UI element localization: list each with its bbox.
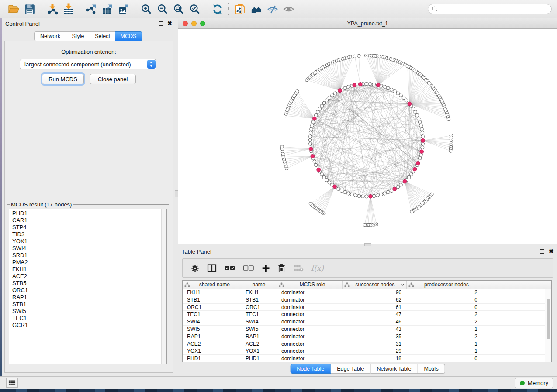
table-row[interactable]: ACE2ACE2connector311 [183,340,551,348]
table-row[interactable]: TEC1TEC1connector472 [183,311,551,318]
mcds-hub-node[interactable] [421,139,425,143]
export-image-button[interactable] [115,2,131,16]
mcds-hub-node[interactable] [408,102,412,106]
mcds-result-item[interactable]: SWI5 [12,308,161,315]
table-row[interactable]: FKH1FKH1dominator962 [183,289,551,296]
mcds-result-item[interactable]: TEC1 [12,315,161,322]
close-panel-button[interactable]: Close panel [90,74,136,84]
column-header-successor-nodes[interactable]: successor nodes [343,281,407,289]
tab-select[interactable]: Select [90,31,115,41]
mcds-hub-node[interactable] [413,167,417,171]
memory-button[interactable]: Memory [515,378,553,388]
mcds-result-item[interactable]: SRD1 [12,252,161,259]
search-input[interactable] [438,6,548,12]
show-all-button[interactable] [280,2,297,16]
control-panel: Control Panel ✖ NetworkStyleSelectMCDS O… [2,18,176,376]
mcds-result-scrollbar[interactable] [161,209,167,364]
close-panel-icon[interactable]: ✖ [549,249,554,254]
mcds-result-item[interactable]: RAP1 [12,294,161,301]
sort-chevron-icon[interactable] [400,283,405,286]
zoom-out-button[interactable] [154,2,170,16]
mcds-hub-node[interactable] [403,179,407,183]
status-bar: Memory [0,376,557,389]
table-row[interactable]: YOX1YOX1connector291 [183,347,551,355]
mcds-hub-node[interactable] [311,155,315,158]
mcds-hub-node[interactable] [309,147,313,151]
table-row[interactable]: SWI4SWI4dominator462 [183,318,551,326]
task-history-button[interactable] [6,378,18,388]
search-box[interactable] [428,4,552,14]
tab-motifs[interactable]: Motifs [418,364,445,374]
float-panel-icon[interactable] [159,21,163,26]
select-all-button[interactable] [224,265,235,272]
zoom-in-button[interactable] [138,2,154,16]
add-button[interactable] [262,264,270,272]
mcds-hub-node[interactable] [416,162,420,165]
mcds-hub-node[interactable] [338,89,342,93]
mcds-result-item[interactable]: SWI4 [12,245,161,252]
hide-selected-button[interactable] [264,2,280,16]
table-scrollbar[interactable] [545,289,551,362]
tab-style[interactable]: Style [66,31,90,41]
mcds-result-item[interactable]: STP4 [12,224,161,231]
mcds-hub-node[interactable] [312,117,316,120]
column-header-MCDS-role[interactable]: MCDS role [277,281,343,289]
deselect-all-button[interactable] [243,265,254,272]
table-row[interactable]: RAP1RAP1dominator352 [183,333,551,340]
table-row[interactable]: ORC1ORC1dominator610 [183,304,551,311]
tab-mcds[interactable]: MCDS [115,31,142,41]
mcds-result-item[interactable]: STB1 [12,301,161,308]
table-row[interactable]: PHD1PHD1dominator180 [183,355,551,362]
export-table-button[interactable] [99,2,115,16]
export-network-button[interactable] [83,2,99,16]
import-network-button[interactable] [44,2,60,16]
run-mcds-button[interactable]: Run MCDS [42,74,84,84]
tab-network[interactable]: Network [34,31,66,41]
tab-node-table[interactable]: Node Table [290,364,331,374]
mcds-hub-node[interactable] [353,83,356,87]
table-row[interactable]: STB1STB1dominator620 [183,296,551,304]
table-row[interactable]: SWI5SWI5connector431 [183,326,551,333]
mcds-hub-node[interactable] [317,168,321,172]
column-header-predecessor-nodes[interactable]: predecessor nodes [407,281,481,289]
mcds-result-item[interactable]: GCR1 [12,322,161,329]
mcds-result-item[interactable]: ACE2 [12,273,161,280]
mcds-result-item[interactable]: ORC1 [12,287,161,294]
split-columns-button[interactable] [207,264,217,272]
mcds-hub-node[interactable] [393,187,397,191]
zoom-fit-button[interactable] [170,2,187,16]
first-neighbors-button[interactable] [248,2,264,16]
mcds-result-item[interactable]: FKH1 [12,266,161,273]
mcds-result-item[interactable]: CAR1 [12,217,161,224]
duplicate-network-button[interactable] [232,2,248,16]
list-icon [8,380,16,386]
float-panel-icon[interactable] [540,249,544,254]
trash-button[interactable] [277,264,286,273]
import-table-button[interactable] [60,2,76,16]
mcds-hub-node[interactable] [420,150,424,154]
mcds-hub-node[interactable] [376,83,380,87]
settings-button[interactable] [190,264,200,273]
mcds-result-item[interactable]: STB5 [12,280,161,287]
zoom-selected-button[interactable] [187,2,203,16]
cell-filler [481,355,551,362]
network-canvas[interactable] [178,29,557,244]
close-panel-icon[interactable]: ✖ [167,21,172,26]
tab-network-table[interactable]: Network Table [371,364,418,374]
mcds-hub-node[interactable] [358,82,362,86]
optimization-criterion-dropdown[interactable]: largest connected component (undirected) [20,59,156,69]
mcds-result-item[interactable]: YOX1 [12,238,161,245]
tab-edge-table[interactable]: Edge Table [331,364,370,374]
save-button[interactable] [21,2,38,16]
mcds-result-item[interactable]: PHD1 [12,210,161,217]
mcds-result-list[interactable]: PHD1CAR1STP4TID3YOX1SWI4SRD1PMA2FKH1ACE2… [9,209,161,364]
mcds-hub-node[interactable] [369,194,373,198]
mcds-hub-node[interactable] [333,185,337,189]
column-header-shared-name[interactable]: shared name [183,281,241,289]
refresh-button[interactable] [209,2,225,16]
column-header-name[interactable]: name [241,281,277,289]
scrollbar-thumb[interactable] [547,299,550,339]
mcds-result-item[interactable]: TID3 [12,231,161,238]
mcds-result-item[interactable]: PMA2 [12,259,161,266]
open-file-button[interactable] [5,2,21,16]
